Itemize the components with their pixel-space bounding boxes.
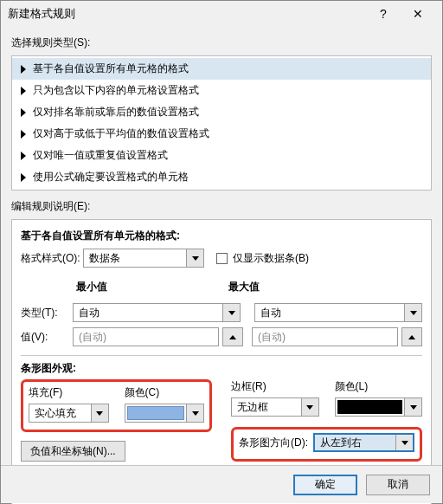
bar-direction-dropdown[interactable]: 从左到右 [313,433,414,452]
triangle-icon [21,65,26,74]
rule-type-item[interactable]: 只为包含以下内容的单元格设置格式 [12,80,431,101]
chevron-down-icon [404,304,421,321]
value-label: 值(V): [21,330,73,345]
border-color-label: 颜色(L) [335,379,423,394]
dialog-body: 选择规则类型(S): 基于各自值设置所有单元格的格式 只为包含以下内容的单元格设… [1,27,442,504]
close-button[interactable]: ✕ [401,3,435,25]
bar-direction-label: 条形图方向(D): [239,436,308,450]
format-style-label: 格式样式(O): [21,251,83,266]
edit-header: 基于各自值设置所有单元格的格式: [21,229,422,243]
rule-type-label: 选择规则类型(S): [11,36,432,50]
triangle-icon [21,152,26,160]
fill-label: 填充(F) [29,385,109,400]
type-max-dropdown[interactable]: 自动 [254,303,422,322]
border-color-dropdown[interactable] [335,397,423,417]
negative-axis-button[interactable]: 负值和坐标轴(N)... [21,441,125,462]
triangle-icon [21,87,26,95]
rule-type-item[interactable]: 使用公式确定要设置格式的单元格 [12,166,431,188]
type-min-dropdown[interactable]: 自动 [73,303,241,322]
color-swatch [337,400,403,414]
dialog-footer: 确定 取消 [1,465,442,503]
ok-button[interactable]: 确定 [293,475,357,495]
triangle-icon [21,130,26,139]
range-picker-button[interactable] [401,327,422,346]
range-picker-button[interactable] [222,327,243,346]
edit-rule-panel: 基于各自值设置所有单元格的格式: 格式样式(O): 数据条 仅显示数据条(B) … [11,219,432,504]
edit-rule-label: 编辑规则说明(E): [11,199,432,214]
show-bar-only-checkbox[interactable]: 仅显示数据条(B) [216,251,309,266]
chevron-down-icon [186,249,203,267]
new-formatting-rule-dialog: 新建格式规则 ? ✕ 选择规则类型(S): 基于各自值设置所有单元格的格式 只为… [0,0,443,504]
rule-type-item[interactable]: 基于各自值设置所有单元格的格式 [12,58,431,80]
dialog-title: 新建格式规则 [8,6,366,22]
cancel-button[interactable]: 取消 [366,475,430,495]
chevron-down-icon [404,398,421,416]
chevron-down-icon [395,435,413,450]
bar-direction-highlight-box: 条形图方向(D): 从左到右 [231,427,422,462]
format-style-dropdown[interactable]: 数据条 [83,249,204,268]
chevron-down-icon [186,404,203,422]
border-dropdown[interactable]: 无边框 [231,397,319,417]
bar-appearance-label: 条形图外观: [21,361,422,376]
rule-type-item[interactable]: 仅对排名靠前或靠后的数值设置格式 [12,101,431,123]
divider [21,355,422,356]
color-swatch [127,406,185,420]
help-button[interactable]: ? [366,3,401,25]
value-min-input[interactable]: (自动) [73,327,219,346]
value-max-input[interactable]: (自动) [252,327,398,346]
max-header: 最大值 [228,280,422,294]
border-label: 边框(R) [231,379,319,394]
rule-type-list[interactable]: 基于各自值设置所有单元格的格式 只为包含以下内容的单元格设置格式 仅对排名靠前或… [11,55,432,191]
triangle-icon [21,108,26,117]
fill-color-dropdown[interactable] [125,404,205,423]
rule-type-item[interactable]: 仅对高于或低于平均值的数值设置格式 [12,123,431,145]
type-label: 类型(T): [21,306,73,320]
color-label: 颜色(C) [125,385,205,400]
chevron-down-icon [301,398,318,416]
min-header: 最小值 [21,280,215,294]
rule-type-item[interactable]: 仅对唯一值或重复值设置格式 [12,145,431,166]
checkbox-icon [216,253,228,264]
chevron-down-icon [222,304,240,321]
triangle-icon [21,173,26,182]
fill-highlight-box: 填充(F) 实心填充 颜色(C) [21,379,212,432]
titlebar: 新建格式规则 ? ✕ [1,1,442,27]
fill-dropdown[interactable]: 实心填充 [29,404,109,423]
chevron-down-icon [91,404,108,422]
